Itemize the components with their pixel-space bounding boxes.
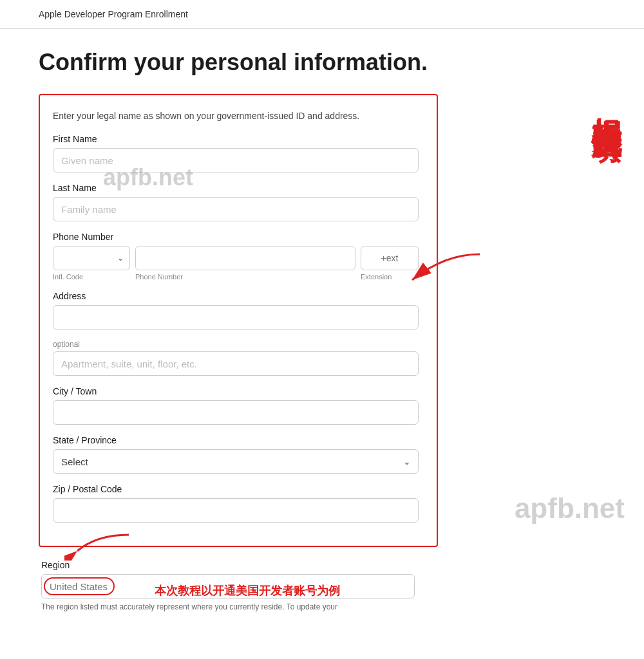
last-name-group: Last Name	[53, 183, 419, 221]
state-select[interactable]: Select	[53, 449, 419, 474]
zip-label: Zip / Postal Code	[53, 484, 419, 494]
phone-sublabels: Intl. Code Phone Number Extension	[53, 273, 419, 281]
top-bar-title: Apple Developer Program Enrollment	[39, 9, 188, 19]
address-input[interactable]	[53, 305, 419, 330]
legal-note: Enter your legal name as shown on your g…	[53, 111, 419, 121]
phone-sublabel-code: Intl. Code	[53, 273, 130, 281]
address-optional-group: optional	[53, 340, 419, 376]
chinese-annotation: 根据实际情况填写	[589, 93, 625, 114]
bottom-annotation: 本次教程以开通美国开发者账号为例	[155, 583, 340, 599]
state-select-wrapper: Select ⌄	[53, 449, 419, 474]
form-box: Enter your legal name as shown on your g…	[39, 94, 438, 547]
phone-sublabel-number: Phone Number	[135, 273, 355, 281]
region-label: Region	[41, 560, 438, 570]
phone-group: Phone Number ⌄ Intl. Code Phone Number E…	[53, 232, 419, 281]
state-label: State / Province	[53, 435, 419, 445]
city-label: City / Town	[53, 386, 419, 396]
address-group: Address	[53, 291, 419, 330]
first-name-input[interactable]	[53, 148, 419, 172]
city-input[interactable]	[53, 400, 419, 425]
page-wrapper: Apple Developer Program Enrollment Confi…	[0, 0, 644, 659]
phone-row: ⌄	[53, 246, 419, 270]
main-content: Confirm your personal information. Enter…	[0, 29, 644, 637]
address-label: Address	[53, 291, 419, 301]
last-name-input[interactable]	[53, 197, 419, 221]
address-optional-input[interactable]	[53, 351, 419, 376]
city-group: City / Town	[53, 386, 419, 425]
state-group: State / Province Select ⌄	[53, 435, 419, 474]
phone-code-wrapper: ⌄	[53, 246, 130, 270]
zip-group: Zip / Postal Code	[53, 484, 419, 523]
phone-label: Phone Number	[53, 232, 419, 242]
top-bar: Apple Developer Program Enrollment	[0, 0, 644, 29]
last-name-label: Last Name	[53, 183, 419, 193]
region-note: The region listed must accurately repres…	[41, 602, 415, 611]
phone-sublabel-ext: Extension	[361, 273, 419, 281]
phone-code-select[interactable]	[53, 246, 130, 270]
phone-number-input[interactable]	[135, 246, 355, 270]
phone-ext-input[interactable]	[361, 246, 419, 270]
address-optional-label: optional	[53, 340, 419, 349]
first-name-label: First Name	[53, 134, 419, 144]
first-name-group: First Name	[53, 134, 419, 172]
page-title: Confirm your personal information.	[39, 48, 451, 76]
zip-input[interactable]	[53, 498, 419, 523]
watermark-bottom: apfb.net	[515, 492, 625, 524]
